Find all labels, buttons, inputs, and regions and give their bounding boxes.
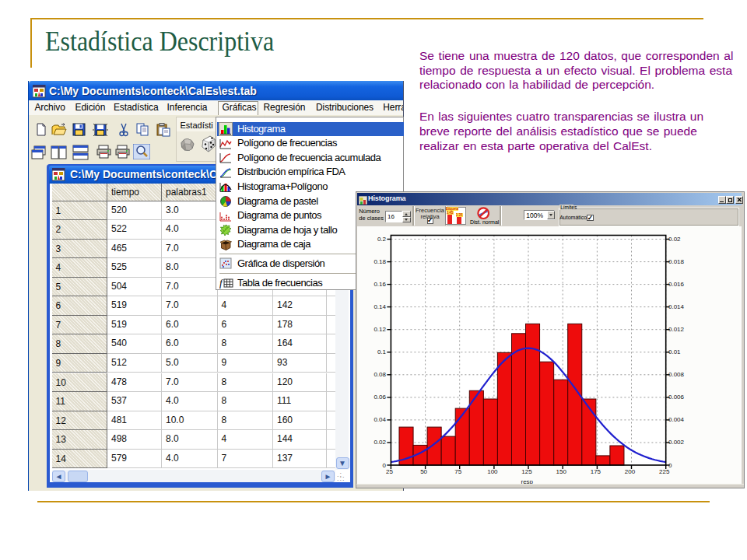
svg-text:f: f	[219, 277, 224, 289]
